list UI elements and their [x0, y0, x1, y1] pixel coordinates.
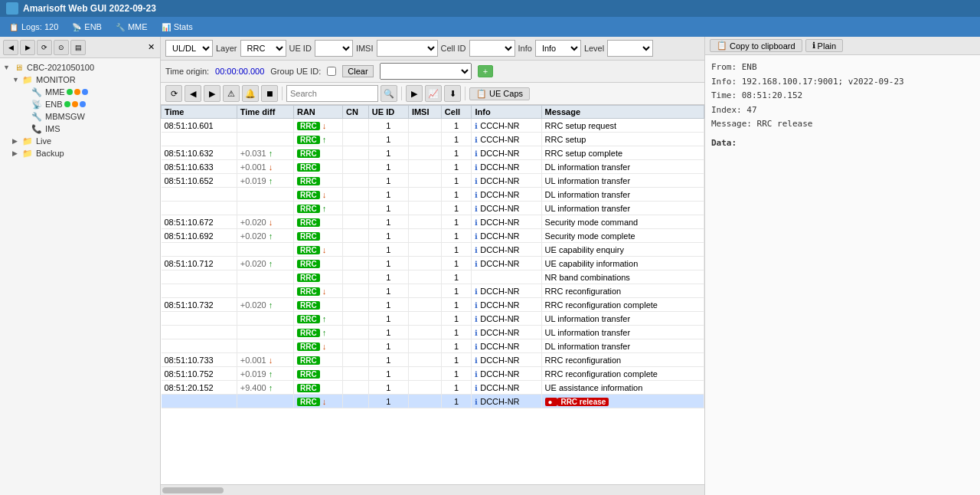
search-input[interactable] — [286, 85, 378, 102]
table-row[interactable]: 08:51:10.733+0.001 ↓RRC11ℹ DCCH-NRRRC re… — [162, 353, 704, 367]
cell-ran: RRC↓ — [293, 284, 342, 298]
cell-info — [472, 270, 541, 284]
plain-button[interactable]: ℹ Plain — [805, 39, 843, 52]
sidebar-btn-5[interactable]: ▤ — [70, 40, 86, 55]
copy-icon: 📋 — [717, 41, 727, 51]
sidebar-item-live[interactable]: ▶ 📁 Live — [0, 135, 160, 147]
sidebar-btn-4[interactable]: ⊙ — [54, 40, 69, 55]
table-row[interactable]: RRC↓11ℹ DCCH-NR● RRC release — [162, 395, 704, 408]
cell-id-select[interactable] — [469, 40, 515, 57]
copy-clipboard-button[interactable]: 📋 Copy to clipboard — [710, 39, 802, 52]
table-row[interactable]: 08:51:10.732+0.020 ↑RRC11ℹ DCCH-NRRRC re… — [162, 298, 704, 312]
imsi-select[interactable] — [377, 40, 438, 57]
table-row[interactable]: RRC↑11ℹ DCCH-NRUL information transfer — [162, 202, 704, 215]
table-row[interactable]: RRC↑11ℹ DCCH-NRUL information transfer — [162, 312, 704, 326]
sidebar-item-monitor[interactable]: ▼ 📁 MONITOR — [0, 74, 160, 86]
layer-select[interactable]: RRC — [240, 40, 286, 57]
sidebar-btn-1[interactable]: ◀ — [3, 40, 18, 55]
cell-ran: RRC — [293, 270, 342, 284]
analytics-button[interactable]: 📈 — [425, 85, 442, 102]
log-table-container[interactable]: Time Time diff RAN CN UE ID IMSI Cell In… — [161, 105, 704, 484]
warning-button[interactable]: ⚠ — [223, 85, 240, 102]
table-row[interactable]: 08:51:10.601RRC↓11ℹ CCCH-NRRRC setup req… — [162, 119, 704, 133]
cell-ran: RRC — [293, 160, 342, 174]
refresh-button[interactable]: ⟳ — [165, 85, 182, 102]
table-row[interactable]: 08:51:10.712+0.020 ↑RRC11ℹ DCCH-NRUE cap… — [162, 257, 704, 270]
ue-id-select[interactable] — [315, 40, 353, 57]
cell-imsi — [408, 367, 441, 381]
table-row[interactable]: RRC↓11ℹ DCCH-NRDL information transfer — [162, 339, 704, 353]
table-row[interactable]: RRC↓11ℹ DCCH-NRUE capability enquiry — [162, 243, 704, 257]
cell-message: RRC reconfiguration — [541, 284, 704, 298]
right-panel: 📋 Copy to clipboard ℹ Plain From: ENB In… — [704, 37, 980, 495]
data-section: Data: — [711, 137, 974, 150]
cell-time: 08:51:10.633 — [162, 160, 237, 174]
search-button[interactable]: 🔍 — [381, 85, 397, 102]
sidebar-item-enb[interactable]: 📡 ENB — [0, 98, 160, 110]
forward-button[interactable]: ▶ — [204, 85, 220, 102]
export-button[interactable]: ⬇ — [444, 85, 461, 102]
plain-icon: ℹ — [812, 41, 815, 51]
table-row[interactable]: RRC11NR band combinations — [162, 270, 704, 284]
cell-cell: 1 — [441, 202, 472, 215]
time-bar: Time origin: 00:00:00.000 Group UE ID: C… — [161, 61, 704, 83]
cell-imsi — [408, 215, 441, 229]
menu-enb[interactable]: 📡 ENB — [66, 20, 108, 34]
info-select[interactable]: Info — [535, 40, 581, 57]
table-row[interactable]: 08:51:10.652+0.019 ↑RRC11ℹ DCCH-NRUL inf… — [162, 174, 704, 188]
table-row[interactable]: 08:51:10.752+0.019 ↑RRC11ℹ DCCH-NRRRC re… — [162, 367, 704, 381]
toolbar-sep-1 — [282, 87, 283, 100]
table-row[interactable]: 08:51:10.633+0.001 ↓RRC11ℹ DCCH-NRDL inf… — [162, 160, 704, 174]
sidebar-item-backup[interactable]: ▶ 📁 Backup — [0, 147, 160, 159]
horizontal-scrollbar[interactable] — [161, 484, 704, 495]
ue-caps-label: UE Caps — [489, 89, 523, 98]
copy-label: Copy to clipboard — [730, 41, 795, 51]
table-row[interactable]: RRC↓11ℹ DCCH-NRRRC reconfiguration — [162, 284, 704, 298]
toolbar-sep-2 — [401, 87, 402, 100]
table-row[interactable]: 08:51:20.152+9.400 ↑RRC11ℹ DCCH-NRUE ass… — [162, 381, 704, 395]
menu-mme[interactable]: 🔧 MME — [109, 20, 154, 34]
back-button[interactable]: ◀ — [185, 85, 201, 102]
table-row[interactable]: RRC↓11ℹ DCCH-NRDL information transfer — [162, 188, 704, 202]
stop-button[interactable]: ⏹ — [261, 85, 278, 102]
cell-cn — [343, 133, 369, 146]
clear-button[interactable]: Clear — [342, 65, 373, 77]
cell-cn — [343, 312, 369, 326]
ue-caps-button[interactable]: 📋 UE Caps — [469, 87, 530, 100]
uldl-select[interactable]: UL/DL — [165, 40, 213, 57]
cell-timediff — [237, 284, 293, 298]
tree-container: ▼ 🖥 CBC-2021050100 ▼ 📁 MONITOR 🔧 MME — [0, 58, 160, 495]
tree-root[interactable]: ▼ 🖥 CBC-2021050100 — [0, 61, 160, 74]
cell-info: ℹ DCCH-NR — [472, 229, 541, 243]
scrollbar-thumb[interactable] — [162, 487, 224, 493]
cell-info: ℹ DCCH-NR — [472, 353, 541, 367]
cell-timediff — [237, 202, 293, 215]
cell-cell: 1 — [441, 367, 472, 381]
sidebar-close-btn[interactable]: ✕ — [145, 41, 157, 54]
play-button[interactable]: ▶ — [406, 85, 423, 102]
meta-time: Time: 08:51:20.152 — [711, 90, 974, 103]
add-filter-button[interactable]: + — [478, 65, 493, 77]
cell-ueid: 1 — [368, 243, 408, 257]
table-row[interactable]: RRC↑11ℹ CCCH-NRRRC setup — [162, 133, 704, 146]
mme-service-icon: 🔧 — [31, 87, 43, 97]
sidebar-item-mbmsgw[interactable]: 🔧 MBMSGW — [0, 110, 160, 123]
sidebar-btn-2[interactable]: ▶ — [20, 40, 35, 55]
cell-timediff — [237, 270, 293, 284]
level-select[interactable] — [607, 40, 653, 57]
sidebar-item-mme[interactable]: 🔧 MME — [0, 86, 160, 98]
backup-folder-icon: 📁 — [21, 149, 34, 158]
table-row[interactable]: 08:51:10.632+0.031 ↑RRC11ℹ DCCH-NRRRC se… — [162, 146, 704, 160]
menu-stats[interactable]: 📊 Stats — [155, 20, 199, 34]
table-row[interactable]: RRC↑11ℹ DCCH-NRUL information transfer — [162, 326, 704, 339]
alert-button[interactable]: 🔔 — [242, 85, 259, 102]
table-row[interactable]: 08:51:10.672+0.020 ↓RRC11ℹ DCCH-NRSecuri… — [162, 215, 704, 229]
sidebar-btn-3[interactable]: ⟳ — [37, 40, 52, 55]
menu-logs[interactable]: 📋 Logs: 120 — [3, 20, 64, 34]
group-ue-checkbox[interactable] — [327, 67, 336, 76]
clear-select[interactable] — [380, 63, 472, 80]
menu-logs-label: Logs: 120 — [21, 22, 58, 31]
monitor-expand-icon: ▼ — [12, 76, 21, 84]
table-row[interactable]: 08:51:10.692+0.020 ↑RRC11ℹ DCCH-NRSecuri… — [162, 229, 704, 243]
sidebar-item-ims[interactable]: 📞 IMS — [0, 123, 160, 135]
